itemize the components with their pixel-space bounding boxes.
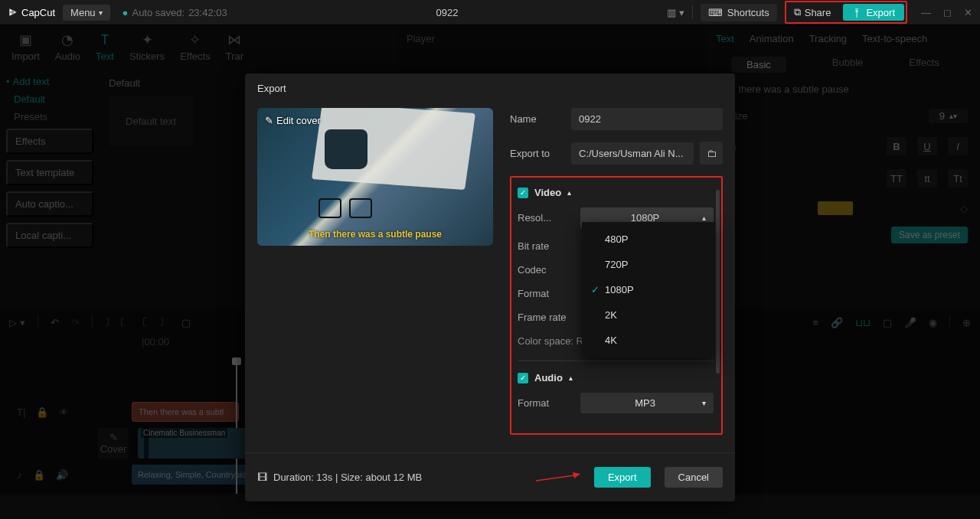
bitrate-label: Bit rate bbox=[518, 240, 580, 252]
preview-subtitle: Then there was a subtle pause bbox=[257, 229, 493, 240]
exportto-label: Export to bbox=[510, 148, 571, 159]
arrow-annotation bbox=[536, 472, 580, 483]
collapse-icon[interactable]: ▴ bbox=[569, 374, 573, 382]
colorspace-label: Color space: bbox=[518, 335, 573, 347]
export-dialog: Export ✎Edit cover Then there was a subt… bbox=[245, 73, 735, 501]
res-opt-720p[interactable]: 720P bbox=[582, 252, 715, 277]
chevron-down-icon: ▾ bbox=[702, 399, 706, 407]
share-button[interactable]: ⧉ Share bbox=[788, 4, 838, 21]
minimize-icon[interactable]: — bbox=[921, 7, 931, 18]
close-icon[interactable]: ✕ bbox=[964, 7, 972, 18]
modal-cancel-button[interactable]: Cancel bbox=[665, 467, 723, 488]
resolution-label: Resol... bbox=[518, 212, 580, 224]
audio-section-label: Audio bbox=[534, 372, 563, 384]
edit-cover-button[interactable]: ✎Edit cover bbox=[265, 115, 321, 126]
resolution-options: 480P 720P 1080P 2K 4K bbox=[582, 222, 715, 357]
browse-folder-button[interactable]: 🗀 bbox=[700, 142, 723, 165]
svg-marker-1 bbox=[573, 472, 580, 478]
audio-format-dropdown[interactable]: MP3▾ bbox=[580, 393, 714, 413]
export-preview: ✎Edit cover Then there was a subtle paus… bbox=[257, 108, 493, 246]
keyboard-icon: ⌨ bbox=[708, 7, 723, 18]
export-button-titlebar[interactable]: ⭱ Export bbox=[843, 4, 904, 21]
layout-icon[interactable]: ▥ ▾ bbox=[667, 7, 684, 18]
res-opt-2k[interactable]: 2K bbox=[582, 302, 715, 328]
export-stats: 🎞 Duration: 13s | Size: about 12 MB bbox=[257, 472, 422, 483]
pencil-icon: ✎ bbox=[265, 115, 273, 126]
modal-export-button[interactable]: Export bbox=[594, 467, 651, 488]
framerate-label: Frame rate bbox=[518, 312, 580, 323]
dialog-title: Export bbox=[245, 73, 735, 103]
share-icon: ⧉ bbox=[794, 6, 801, 18]
project-title: 0922 bbox=[235, 7, 659, 18]
chevron-up-icon: ▴ bbox=[702, 214, 706, 222]
codec-label: Codec bbox=[518, 264, 580, 276]
res-opt-480p[interactable]: 480P bbox=[582, 227, 715, 252]
name-label: Name bbox=[510, 113, 571, 125]
maximize-icon[interactable]: ◻ bbox=[943, 7, 952, 18]
main-menu-button[interactable]: Menu▾ bbox=[63, 5, 110, 21]
check-icon: ● bbox=[122, 7, 129, 18]
upload-icon: ⭱ bbox=[852, 7, 862, 18]
video-section-label: Video bbox=[534, 187, 561, 198]
share-export-highlight: ⧉ Share ⭱ Export bbox=[785, 1, 907, 24]
film-icon: 🎞 bbox=[257, 472, 267, 483]
format-label: Format bbox=[518, 288, 580, 299]
res-opt-1080p[interactable]: 1080P bbox=[582, 277, 715, 302]
video-audio-highlight: ✓ Video ▴ Resol... 1080P▴ 480P 7 bbox=[510, 176, 723, 435]
divider bbox=[692, 5, 693, 19]
audio-format-label: Format bbox=[518, 397, 580, 409]
audio-checkbox[interactable]: ✓ bbox=[518, 373, 528, 384]
folder-icon: 🗀 bbox=[707, 148, 717, 159]
collapse-icon[interactable]: ▴ bbox=[567, 188, 571, 197]
scrollbar[interactable] bbox=[716, 190, 720, 374]
svg-line-0 bbox=[536, 475, 574, 481]
autosave-status: ● Auto saved: 23:42:03 bbox=[122, 7, 227, 18]
app-logo: CapCut bbox=[8, 7, 55, 18]
video-checkbox[interactable]: ✓ bbox=[518, 188, 528, 198]
name-input[interactable]: 0922 bbox=[571, 108, 723, 130]
res-opt-4k[interactable]: 4K bbox=[582, 328, 715, 353]
exportto-path[interactable]: C:/Users/Usman Ali N... bbox=[571, 142, 694, 165]
shortcuts-button[interactable]: ⌨ Shortcuts bbox=[701, 4, 777, 21]
